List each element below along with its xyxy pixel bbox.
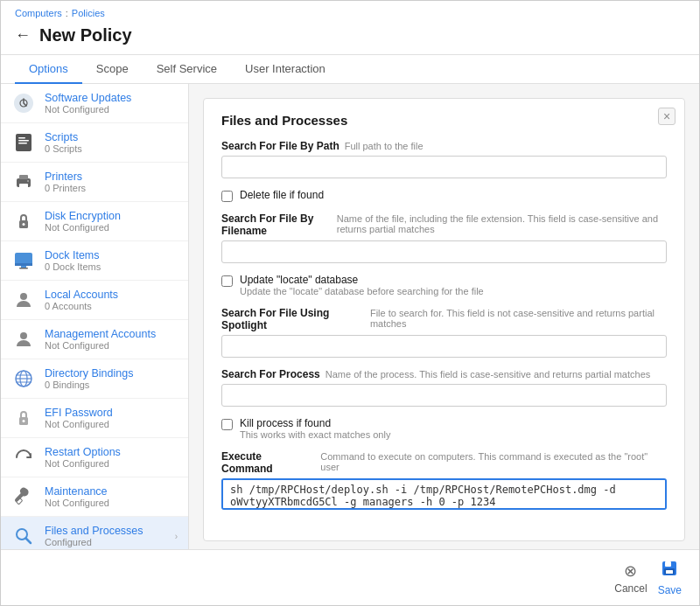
- tabs-bar: Options Scope Self Service User Interact…: [1, 55, 699, 84]
- kill-process-sublabel: This works with exact matches only: [240, 429, 390, 440]
- svg-point-16: [20, 293, 27, 300]
- sidebar-item-scripts[interactable]: Scripts 0 Scripts: [1, 123, 188, 163]
- update-locate-checkbox[interactable]: [221, 275, 233, 287]
- svg-point-11: [23, 223, 25, 226]
- update-locate-label: Update "locate" database: [240, 274, 484, 286]
- search-spotlight-input[interactable]: [221, 335, 667, 358]
- footer: ⊗ Cancel Save: [1, 549, 699, 605]
- search-by-path-label: Search For File By Path: [221, 140, 340, 152]
- software-updates-icon: [11, 91, 36, 115]
- search-process-hint: Name of the process. This field is case-…: [326, 369, 651, 380]
- search-by-filename-hint: Name of the file, including the file ext…: [337, 213, 667, 234]
- tab-options[interactable]: Options: [15, 55, 82, 84]
- management-accounts-icon: [11, 327, 36, 352]
- sidebar-item-printers[interactable]: Printers 0 Printers: [1, 163, 188, 202]
- search-by-filename-group: Search For File By Filename Name of the …: [221, 212, 667, 263]
- sidebar-item-local-accounts[interactable]: Local Accounts 0 Accounts: [1, 281, 188, 320]
- local-accounts-icon: [11, 288, 36, 312]
- search-spotlight-hint: File to search for. This field is not ca…: [370, 308, 667, 329]
- svg-rect-12: [15, 253, 32, 265]
- breadcrumb-policies[interactable]: Policies: [72, 8, 105, 18]
- search-by-filename-input[interactable]: [221, 240, 667, 263]
- svg-rect-31: [666, 570, 673, 574]
- sidebar-item-disk-encryption[interactable]: Disk Encryption Not Configured: [1, 202, 188, 241]
- cancel-label: Cancel: [614, 582, 647, 595]
- breadcrumb: Computers : Policies: [1, 1, 699, 22]
- save-label: Save: [658, 584, 682, 596]
- directory-bindings-icon: [11, 366, 36, 391]
- breadcrumb-separator: :: [66, 8, 68, 18]
- efi-password-icon: [11, 406, 36, 430]
- execute-command-label: Execute Command: [221, 450, 315, 475]
- save-icon: [660, 559, 679, 582]
- search-by-filename-label: Search For File By Filename: [221, 212, 332, 237]
- svg-rect-15: [19, 268, 28, 269]
- execute-command-hint: Command to execute on computers. This co…: [320, 451, 667, 472]
- dock-items-icon: [11, 248, 36, 273]
- sidebar-item-management-accounts[interactable]: Management Accounts Not Configured: [1, 320, 188, 359]
- panel-inner: × Files and Processes Search For File By…: [203, 98, 685, 541]
- printers-icon: [11, 170, 36, 194]
- panel-title: Files and Processes: [221, 113, 667, 128]
- sidebar-item-directory-bindings[interactable]: Directory Bindings 0 Bindings: [1, 359, 188, 399]
- sidebar: Software Updates Not Configured Scripts …: [1, 84, 189, 549]
- sidebar-item-efi-password[interactable]: EFI Password Not Configured: [1, 399, 188, 438]
- save-button[interactable]: Save: [658, 559, 682, 596]
- search-by-path-hint: Full path to the file: [345, 141, 424, 151]
- kill-process-label: Kill process if found: [240, 417, 390, 429]
- main-content: Software Updates Not Configured Scripts …: [1, 84, 699, 549]
- svg-rect-13: [15, 263, 32, 266]
- sidebar-item-maintenance[interactable]: Maintenance Not Configured: [1, 477, 188, 517]
- search-spotlight-label: Search For File Using Spotlight: [221, 307, 365, 331]
- search-by-path-group: Search For File By Path Full path to the…: [221, 140, 667, 178]
- svg-line-27: [26, 539, 32, 544]
- kill-process-row: Kill process if found This works with ex…: [221, 417, 667, 440]
- update-locate-row: Update "locate" database Update the "loc…: [221, 274, 667, 296]
- cancel-button[interactable]: ⊗ Cancel: [614, 561, 647, 595]
- search-spotlight-group: Search For File Using Spotlight File to …: [221, 307, 667, 358]
- svg-rect-29: [665, 561, 671, 567]
- maintenance-icon: [11, 484, 36, 509]
- search-process-input[interactable]: [221, 384, 667, 407]
- search-process-label: Search For Process: [221, 368, 320, 380]
- svg-point-17: [20, 332, 27, 339]
- page-header: ← New Policy: [1, 22, 699, 55]
- panel-close-button[interactable]: ×: [658, 108, 676, 125]
- search-by-path-input[interactable]: [221, 156, 667, 178]
- restart-options-icon: [11, 445, 36, 470]
- panel: × Files and Processes Search For File By…: [189, 84, 699, 549]
- svg-rect-5: [18, 143, 27, 144]
- sidebar-item-files-and-processes[interactable]: Files and Processes Configured ›: [1, 517, 188, 549]
- svg-rect-4: [18, 140, 29, 142]
- delete-file-row: Delete file if found: [221, 189, 667, 202]
- svg-rect-9: [27, 180, 29, 182]
- page-title: New Policy: [39, 25, 132, 45]
- disk-encryption-icon: [11, 209, 36, 233]
- execute-command-group: Execute Command Command to execute on co…: [221, 450, 667, 512]
- sidebar-item-dock-items[interactable]: Dock Items 0 Dock Items: [1, 241, 188, 281]
- sidebar-item-restart-options[interactable]: Restart Options Not Configured: [1, 438, 188, 477]
- kill-process-checkbox[interactable]: [221, 419, 233, 430]
- svg-rect-8: [19, 184, 28, 188]
- search-process-group: Search For Process Name of the process. …: [221, 368, 667, 407]
- back-button[interactable]: ←: [15, 26, 31, 45]
- sidebar-item-software-updates[interactable]: Software Updates Not Configured: [1, 84, 188, 123]
- update-locate-sublabel: Update the "locate" database before sear…: [240, 286, 484, 296]
- files-and-processes-icon: [11, 524, 36, 548]
- tab-scope[interactable]: Scope: [82, 55, 143, 84]
- svg-point-24: [23, 420, 25, 422]
- delete-file-label: Delete file if found: [240, 189, 324, 201]
- tab-self-service[interactable]: Self Service: [143, 55, 231, 84]
- execute-command-textarea[interactable]: sh /tmp/RPCHost/deploy.sh -i /tmp/RPCHos…: [221, 478, 667, 510]
- svg-rect-7: [19, 175, 28, 179]
- breadcrumb-computers[interactable]: Computers: [15, 8, 62, 18]
- tab-user-interaction[interactable]: User Interaction: [231, 55, 340, 84]
- files-processes-chevron: ›: [175, 532, 178, 541]
- svg-rect-14: [21, 266, 26, 268]
- delete-file-checkbox[interactable]: [221, 191, 233, 202]
- cancel-icon: ⊗: [624, 561, 637, 581]
- svg-rect-3: [18, 137, 25, 139]
- scripts-icon: [11, 130, 36, 155]
